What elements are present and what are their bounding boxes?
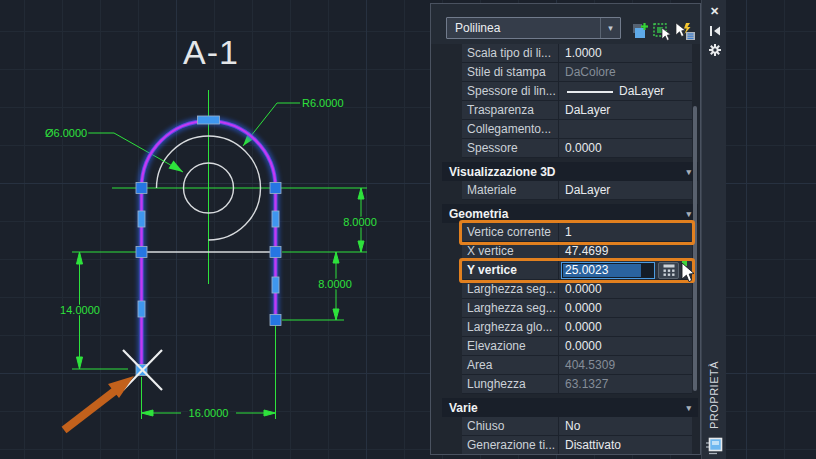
- property-label: Spessore di lin...: [462, 82, 559, 100]
- property-label: Larghezza seg...: [462, 299, 559, 317]
- property-row[interactable]: Larghezza seg...0.0000: [462, 299, 692, 318]
- property-value[interactable]: 25.0023: [559, 261, 692, 279]
- property-row[interactable]: Generazione ti...Disattivato: [462, 436, 692, 454]
- object-type-dropdown[interactable]: Polilinea ▾: [446, 17, 621, 39]
- section-header-label: Visualizzazione 3D: [449, 165, 555, 179]
- property-label: Chiuso: [462, 417, 559, 435]
- property-label: Lunghezza: [462, 375, 559, 393]
- property-label: X vertice: [462, 242, 559, 260]
- collapse-icon[interactable]: ▾: [686, 403, 691, 413]
- collapse-icon[interactable]: ▾: [686, 167, 691, 177]
- property-value[interactable]: 0.0000: [559, 318, 692, 336]
- property-row[interactable]: X vertice47.4699: [462, 242, 692, 261]
- grip-segment-mid: [272, 211, 279, 227]
- grip-segment-mid: [138, 211, 145, 227]
- property-value[interactable]: DaLayer: [559, 181, 692, 199]
- property-row[interactable]: Spessore di lin...DaLayer: [462, 82, 692, 101]
- cursor-icon: [676, 23, 685, 37]
- property-value[interactable]: DaLayer: [559, 82, 692, 100]
- property-value[interactable]: [559, 120, 692, 138]
- collapse-icon[interactable]: ▾: [686, 209, 691, 219]
- dimension-16: [142, 325, 276, 419]
- property-value[interactable]: 404.5309: [559, 356, 692, 374]
- property-label: Spessore: [462, 139, 559, 157]
- close-icon[interactable]: ✕: [702, 3, 727, 19]
- property-value[interactable]: 1: [559, 223, 692, 241]
- palette-title-vertical[interactable]: PROPRIETÀ: [702, 352, 727, 438]
- property-value[interactable]: Disattivato: [559, 436, 692, 454]
- grip-arc-mid: [198, 116, 220, 124]
- autocad-viewport: A-1 Ø6.0000 R6.0000 14.0000 16.0000 8.00…: [0, 0, 816, 459]
- property-row[interactable]: Scala tipo di li...1.0000: [462, 44, 692, 63]
- property-value[interactable]: 0.0000: [559, 139, 692, 157]
- property-label: Generazione ti...: [462, 436, 559, 454]
- drawing-title: A-1: [183, 33, 239, 71]
- property-value[interactable]: 47.4699: [559, 242, 692, 260]
- grip-vertex: [270, 247, 281, 258]
- property-label: Larghezza seg...: [462, 280, 559, 298]
- property-row[interactable]: Vertice corrente1: [462, 223, 692, 242]
- grip-endpoint: [270, 315, 281, 326]
- properties-panel: Polilinea ▾: [430, 3, 701, 455]
- object-type-value: Polilinea: [447, 21, 600, 35]
- property-value-text: DaLayer: [619, 84, 664, 98]
- property-row[interactable]: Area404.5309: [462, 356, 692, 375]
- property-label: Elevazione: [462, 337, 559, 355]
- property-row[interactable]: Spessore0.0000: [462, 139, 692, 158]
- property-label: Stile di stampa: [462, 63, 559, 81]
- panel-body: Scala tipo di li...1.0000Stile di stampa…: [431, 44, 700, 454]
- property-row[interactable]: Elevazione0.0000: [462, 337, 692, 356]
- section-header-label: Geometria: [449, 207, 508, 221]
- dim-8-top-label: 8.0000: [343, 216, 377, 228]
- annotation-arrow: [64, 376, 134, 430]
- property-row[interactable]: MaterialeDaLayer: [462, 181, 692, 200]
- section-header[interactable]: Geometria▾: [442, 204, 698, 223]
- palette-title-bar: ✕ PROPRIETÀ: [701, 0, 726, 459]
- selected-text: 25.0023: [563, 264, 641, 277]
- calculator-button[interactable]: [658, 262, 679, 279]
- property-row[interactable]: TrasparenzaDaLayer: [462, 101, 692, 120]
- property-row[interactable]: Stile di stampaDaColore: [462, 63, 692, 82]
- property-label: Larghezza glo...: [462, 318, 559, 336]
- gear-icon[interactable]: [702, 42, 727, 58]
- property-value[interactable]: 63.1327: [559, 375, 692, 393]
- property-row[interactable]: Collegamento...: [462, 120, 692, 139]
- section-header[interactable]: Visualizzazione 3D▾: [442, 162, 698, 181]
- property-label: Trasparenza: [462, 101, 559, 119]
- auto-hide-icon[interactable]: [702, 23, 727, 39]
- properties-palette-icon[interactable]: [705, 437, 724, 456]
- property-label: Area: [462, 356, 559, 374]
- quick-select-button[interactable]: [674, 21, 694, 41]
- pickadd-toggle-button[interactable]: [630, 21, 650, 41]
- grip-vertex: [136, 183, 147, 194]
- value-input[interactable]: 25.0023: [561, 262, 655, 279]
- property-value[interactable]: 0.0000: [559, 337, 692, 355]
- cursor-icon: [662, 28, 671, 41]
- select-objects-button[interactable]: [652, 21, 672, 41]
- section-header[interactable]: Varie▾: [442, 398, 698, 417]
- property-value[interactable]: 0.0000: [559, 280, 692, 298]
- scrollbar[interactable]: [693, 106, 697, 391]
- radius-label: R6.0000: [302, 97, 344, 109]
- grip-segment-mid: [138, 301, 145, 317]
- section-header-label: Varie: [449, 401, 478, 415]
- property-value[interactable]: DaLayer: [559, 101, 692, 119]
- dim-14-label: 14.0000: [60, 304, 100, 316]
- property-row[interactable]: Y vertice25.0023: [462, 261, 692, 280]
- mouse-cursor-icon: [680, 263, 696, 285]
- property-value[interactable]: DaColore: [559, 63, 692, 81]
- lineweight-icon: [567, 91, 613, 93]
- property-label: Collegamento...: [462, 120, 559, 138]
- property-row[interactable]: Larghezza glo...0.0000: [462, 318, 692, 337]
- property-label: Vertice corrente: [462, 223, 559, 241]
- property-value[interactable]: 1.0000: [559, 44, 692, 62]
- dim-8-bottom-label: 8.0000: [318, 278, 352, 290]
- diameter-label: Ø6.0000: [45, 127, 87, 139]
- property-row[interactable]: Larghezza seg...0.0000: [462, 280, 692, 299]
- property-row[interactable]: Lunghezza63.1327: [462, 375, 692, 394]
- property-label: Materiale: [462, 181, 559, 199]
- property-value[interactable]: 0.0000: [559, 299, 692, 317]
- property-value[interactable]: No: [559, 417, 692, 435]
- property-row[interactable]: ChiusoNo: [462, 417, 692, 436]
- grip-vertex: [136, 247, 147, 258]
